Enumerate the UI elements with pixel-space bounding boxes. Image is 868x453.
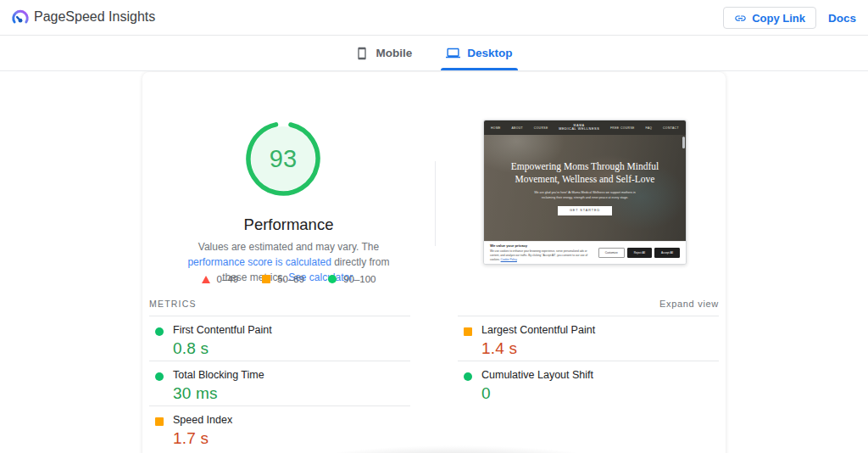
thumb-get-started-button: GET STARTED bbox=[558, 206, 612, 215]
thumb-hero-subtext: We are glad you're here! At Mama Medical… bbox=[528, 190, 641, 200]
copy-link-button[interactable]: Copy Link bbox=[723, 7, 816, 29]
thumb-site-logo: MAMA MEDICAL WELLNESS bbox=[559, 124, 599, 131]
thumb-nav-free-course: FREE COURSE bbox=[610, 126, 635, 130]
thumb-cookie-body: We use cookies to enhance your browsing … bbox=[490, 249, 594, 262]
metric-speed-index: Speed Index 1.7 s bbox=[149, 405, 410, 450]
metric-cumulative-layout-shift: Cumulative Layout Shift 0 bbox=[458, 361, 719, 405]
mobile-phone-icon bbox=[355, 47, 369, 60]
metric-name: Total Blocking Time bbox=[173, 369, 410, 381]
good-circle-icon bbox=[328, 275, 337, 283]
thumb-accept-all-button: Accept All bbox=[654, 248, 680, 258]
thumb-customize-button: Customize bbox=[598, 248, 625, 258]
performance-score-value: 93 bbox=[244, 120, 322, 198]
legend-good-label: 90–100 bbox=[343, 274, 376, 284]
metric-name: Largest Contentful Paint bbox=[481, 324, 719, 336]
metric-first-contentful-paint: First Contentful Paint 0.8 s bbox=[149, 316, 410, 361]
score-legend: 0–49 50–89 90–100 bbox=[142, 274, 435, 284]
legend-item-poor: 0–49 bbox=[202, 274, 239, 284]
thumb-nav-faq: FAQ bbox=[645, 126, 652, 130]
metric-largest-contentful-paint: Largest Contentful Paint 1.4 s bbox=[458, 316, 719, 361]
metric-total-blocking-time: Total Blocking Time 30 ms bbox=[149, 361, 410, 405]
thumb-hero-heading: Empowering Moms Through Mindful Movement… bbox=[492, 160, 678, 185]
link-icon bbox=[734, 12, 747, 25]
good-circle-icon bbox=[464, 372, 472, 381]
poor-triangle-icon bbox=[202, 276, 210, 283]
metrics-section-heading: METRICS bbox=[149, 299, 197, 309]
good-circle-icon bbox=[155, 327, 164, 336]
legend-poor-label: 0–49 bbox=[217, 274, 239, 284]
average-square-icon bbox=[464, 327, 472, 336]
metric-value: 1.4 s bbox=[481, 339, 719, 358]
tab-mobile[interactable]: Mobile bbox=[350, 36, 417, 70]
good-circle-icon bbox=[155, 372, 164, 381]
thumb-nav-contact: CONTACT bbox=[663, 126, 679, 130]
docs-link[interactable]: Docs bbox=[828, 12, 856, 25]
metric-value: 0.8 s bbox=[173, 339, 410, 358]
average-square-icon bbox=[262, 275, 270, 283]
disclaimer-text-1: Values are estimated and may vary. The bbox=[198, 241, 379, 253]
report-card: 93 Performance Values are estimated and … bbox=[142, 72, 726, 453]
metric-name: First Contentful Paint bbox=[173, 324, 410, 336]
desktop-laptop-icon bbox=[446, 46, 460, 60]
performance-title: Performance bbox=[142, 215, 435, 234]
thumb-cookie-policy-link: Cookie Policy bbox=[501, 258, 517, 261]
copy-link-label: Copy Link bbox=[752, 12, 805, 25]
metric-value: 30 ms bbox=[173, 384, 410, 403]
performance-score-gauge: 93 bbox=[244, 120, 322, 198]
app-header: PageSpeed Insights Copy Link Docs bbox=[0, 0, 868, 36]
vertical-divider bbox=[435, 161, 436, 246]
tab-desktop-label: Desktop bbox=[467, 47, 512, 59]
thumb-cookie-banner: We value your privacy We use cookies to … bbox=[484, 241, 686, 264]
site-screenshot-thumbnail[interactable]: HOME ABOUT COURSE MAMA MEDICAL WELLNESS … bbox=[483, 120, 687, 265]
thumb-reject-all-button: Reject All bbox=[627, 248, 652, 258]
thumb-hero-section: Empowering Moms Through Mindful Movement… bbox=[484, 135, 686, 241]
thumb-nav-home: HOME bbox=[491, 126, 501, 130]
legend-item-average: 50–89 bbox=[262, 274, 304, 284]
thumb-scrollbar bbox=[682, 137, 685, 148]
tab-desktop[interactable]: Desktop bbox=[441, 36, 517, 70]
metric-value: 1.7 s bbox=[173, 429, 410, 448]
thumb-cookie-title: We value your privacy bbox=[490, 243, 594, 248]
thumb-nav-course: COURSE bbox=[534, 126, 548, 130]
average-square-icon bbox=[155, 417, 164, 426]
metric-name: Cumulative Layout Shift bbox=[481, 369, 719, 381]
device-tabbar: Mobile Desktop bbox=[0, 36, 868, 71]
app-title: PageSpeed Insights bbox=[34, 9, 155, 25]
metric-empty-cell bbox=[458, 405, 719, 450]
score-calculation-link[interactable]: performance score is calculated bbox=[187, 256, 331, 268]
legend-item-good: 90–100 bbox=[328, 274, 376, 284]
legend-average-label: 50–89 bbox=[277, 274, 304, 284]
pagespeed-logo-icon bbox=[11, 8, 30, 27]
metric-value: 0 bbox=[481, 384, 719, 403]
metrics-grid: First Contentful Paint 0.8 s Largest Con… bbox=[149, 316, 719, 450]
thumb-nav-about: ABOUT bbox=[511, 126, 523, 130]
expand-view-link[interactable]: Expand view bbox=[659, 299, 719, 309]
metric-name: Speed Index bbox=[173, 414, 410, 426]
tab-mobile-label: Mobile bbox=[376, 47, 412, 59]
thumb-site-navbar: HOME ABOUT COURSE MAMA MEDICAL WELLNESS … bbox=[484, 120, 686, 135]
